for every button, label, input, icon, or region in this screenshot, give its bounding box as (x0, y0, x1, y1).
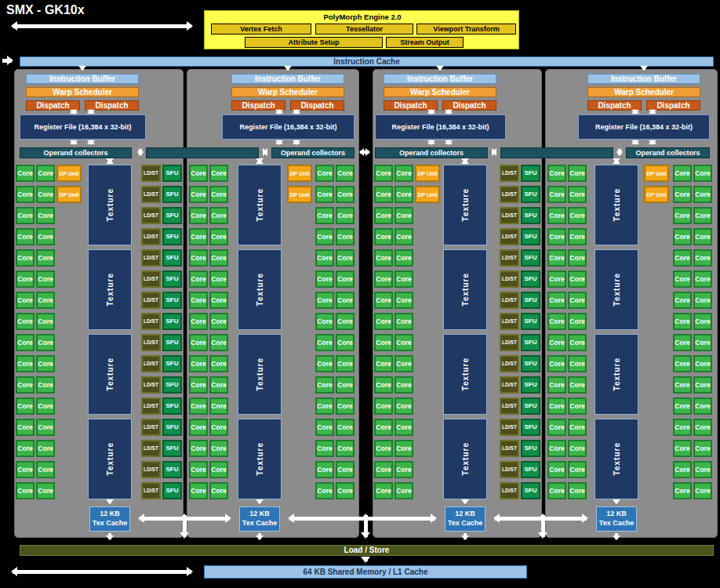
sfu-cell: SFU (162, 482, 182, 499)
arrow-icon (615, 160, 618, 162)
arrow-icon (13, 24, 191, 28)
core-cell: Core (673, 419, 692, 436)
core-cell: Core (36, 376, 55, 394)
tex-cache-3: 12 KB Tex Cache (445, 506, 485, 532)
core-cell: Core (374, 313, 393, 330)
core-cell: Core (568, 313, 587, 330)
ldst-cell: LD/ST (141, 334, 161, 351)
ldst-cell: LD/ST (500, 186, 519, 203)
arrow-icon (541, 515, 545, 537)
register-file-q4: Register File (16,384 x 32-bit) (578, 114, 710, 140)
sfu-cell: SFU (162, 397, 182, 415)
core-cell: Core (693, 249, 712, 267)
core-cell: Core (16, 461, 35, 478)
core-cell: Core (547, 397, 566, 415)
core-cell: Core (16, 186, 35, 203)
arrow-icon (2, 59, 12, 63)
core-cell: Core (395, 419, 413, 436)
core-cell: Core (673, 313, 692, 330)
ldst-cell: LD/ST (500, 355, 519, 372)
arrow-icon (615, 533, 618, 539)
core-cell: Core (568, 482, 587, 499)
warp-scheduler-q1: Warp Scheduler (26, 87, 139, 97)
core-cell: Core (673, 440, 692, 457)
ldst-cell: LD/ST (500, 440, 519, 457)
core-cell: Core (395, 270, 413, 288)
core-cell: Core (189, 419, 208, 436)
sfu-cell: SFU (521, 228, 540, 245)
core-cell: Core (315, 440, 334, 457)
arrow-icon (430, 110, 433, 114)
arrow-icon (634, 110, 637, 114)
core-cell: Core (16, 292, 35, 309)
core-cell: Core (374, 461, 393, 478)
core-cell: Core (16, 397, 35, 415)
texture-unit: Texture (595, 165, 638, 245)
arrow-icon (89, 110, 93, 114)
arrow-icon (72, 110, 75, 114)
arrow-icon (108, 533, 111, 539)
core-cell: Core (336, 355, 355, 372)
core-cell: Core (315, 207, 334, 224)
core-cell: Core (547, 355, 566, 372)
dp-cell: DP Unit (644, 186, 669, 203)
core-cell: Core (16, 228, 35, 245)
core-cell: Core (693, 355, 712, 372)
arrow-icon (108, 160, 111, 162)
core-cell: Core (315, 334, 334, 351)
texture-unit: Texture (88, 419, 132, 499)
ldst-cell: LD/ST (141, 292, 161, 309)
texture-unit: Texture (88, 165, 132, 245)
ldst-cell: LD/ST (500, 334, 519, 351)
core-cell: Core (395, 228, 413, 245)
sfu-cell: SFU (162, 249, 182, 267)
core-cell: Core (568, 334, 587, 351)
core-cell: Core (673, 355, 692, 372)
sfu-cell: SFU (162, 292, 182, 309)
arrow-icon (464, 533, 467, 539)
texture-unit: Texture (238, 165, 282, 245)
core-cell: Core (189, 334, 208, 351)
ldst-cell: LD/ST (500, 165, 519, 182)
ldst-cell: LD/ST (141, 419, 161, 436)
core-cell: Core (673, 207, 692, 224)
core-cell: Core (16, 482, 35, 499)
texture-unit: Texture (88, 249, 132, 330)
core-cell: Core (374, 186, 393, 203)
core-cell: Core (693, 186, 712, 203)
sfu-cell: SFU (162, 207, 182, 224)
viewport-transform-box: Viewport Transform (416, 24, 516, 34)
core-cell: Core (547, 461, 566, 478)
core-cell: Core (209, 440, 228, 457)
core-cell: Core (209, 313, 228, 330)
core-cell: Core (189, 228, 208, 245)
instruction-buffer-q2: Instruction Buffer (231, 74, 344, 84)
arrow-icon (634, 140, 637, 144)
core-cell: Core (36, 419, 55, 436)
sfu-cell: SFU (521, 334, 540, 351)
core-cell: Core (189, 207, 208, 224)
core-cell: Core (395, 292, 413, 309)
core-cell: Core (336, 207, 355, 224)
dp-cell: DP Unit (56, 186, 82, 203)
core-cell: Core (374, 397, 393, 415)
texture-unit: Texture (443, 334, 487, 415)
core-cell: Core (315, 249, 334, 267)
core-cell: Core (395, 186, 413, 203)
core-cell: Core (336, 186, 355, 203)
tex-cache-4: 12 KB Tex Cache (596, 506, 637, 532)
instruction-buffer-q3: Instruction Buffer (384, 74, 496, 84)
arrow-icon (89, 140, 93, 144)
arrow-icon (651, 140, 654, 144)
core-cell: Core (209, 186, 228, 203)
core-cell: Core (209, 397, 228, 415)
sfu-cell: SFU (162, 461, 182, 478)
core-cell: Core (336, 228, 355, 245)
core-cell: Core (568, 397, 587, 415)
texture-unit: Texture (443, 165, 487, 245)
warp-scheduler-q2: Warp Scheduler (231, 87, 344, 97)
core-cell: Core (209, 270, 228, 288)
core-cell: Core (547, 419, 566, 436)
core-cell: Core (693, 292, 712, 309)
core-cell: Core (336, 334, 355, 351)
